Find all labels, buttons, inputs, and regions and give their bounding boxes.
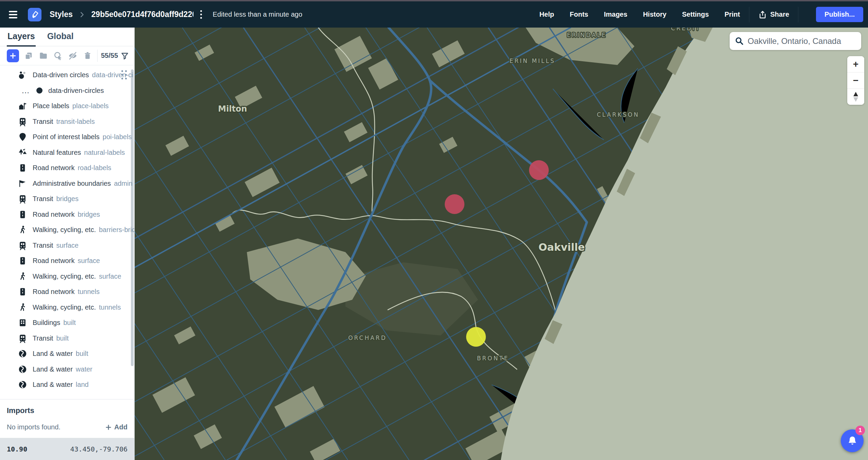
layer-group-row-admin[interactable]: Administrative boundariesadmin	[0, 176, 134, 192]
compass-button[interactable]	[847, 89, 864, 105]
drag-handle-icon[interactable]	[121, 70, 127, 80]
layer-group-row-tunnels[interactable]: Road networktunnels	[0, 284, 134, 300]
select-data-icon[interactable]	[52, 50, 64, 62]
layer-filter-button[interactable]: 55/55	[101, 52, 129, 60]
layer-group-row-bridges[interactable]: Road networkbridges	[0, 207, 134, 223]
nav-history[interactable]: History	[643, 11, 666, 18]
layer-row-data-driven-circles[interactable]: ...data-driven-circles	[0, 83, 134, 99]
layer-group-row-road-labels[interactable]: Road networkroad-labels	[0, 160, 134, 176]
layer-group-row-poi-labels[interactable]: Point of interest labelspoi-labels	[0, 129, 134, 145]
delete-layer-trash-icon[interactable]	[82, 50, 93, 62]
map-data-circle[interactable]	[466, 327, 486, 347]
zoom-in-button[interactable]: +	[847, 56, 864, 72]
share-button[interactable]: Share	[758, 10, 789, 19]
nav-images[interactable]: Images	[604, 11, 627, 18]
add-layer-button[interactable]	[7, 49, 19, 62]
map-render: CREDITERINDALEERIN MILLSMiltonCLARKSONOa…	[135, 28, 868, 460]
style-id[interactable]: 29b5e0e071d4f76d0aff9d220...	[91, 10, 193, 19]
add-import-button[interactable]: Add	[105, 423, 127, 431]
map-label-erindale: ERINDALE	[567, 32, 607, 38]
transit-icon	[18, 241, 27, 250]
nav-fonts[interactable]: Fonts	[570, 11, 588, 18]
header-nav: HelpFontsImagesHistorySettingsPrint	[539, 11, 740, 18]
expand-arrow-icon[interactable]	[8, 320, 14, 325]
map-data-circle[interactable]	[445, 194, 464, 214]
expand-arrow-icon[interactable]	[8, 150, 14, 155]
search-input[interactable]	[748, 36, 860, 46]
geocoder-search-box[interactable]	[730, 32, 861, 50]
layer-group-row-transit-labels[interactable]: Transittransit-labels	[0, 114, 134, 130]
expand-arrow-icon[interactable]	[8, 103, 14, 109]
nav-help[interactable]: Help	[539, 11, 554, 18]
expand-arrow-icon[interactable]	[8, 196, 14, 201]
mapbox-studio-logo[interactable]	[28, 8, 41, 21]
style-options-kebab-icon[interactable]	[198, 8, 204, 21]
header-divider	[798, 7, 798, 22]
layer-options-ellipsis[interactable]: ...	[22, 89, 30, 92]
road-icon	[18, 256, 27, 265]
map-label-orchard: ORCHARD	[348, 334, 387, 341]
layer-group-row-land[interactable]: Land & waterland	[0, 377, 134, 393]
map-label-oakville: Oakville	[539, 241, 585, 253]
walk-icon	[18, 303, 27, 312]
expand-arrow-icon[interactable]	[8, 274, 14, 279]
layer-group-row-built[interactable]: Land & waterbuilt	[0, 346, 134, 362]
breadcrumb: Styles 29b5e0e071d4f76d0aff9d220...	[50, 10, 193, 19]
layer-group-row-surface[interactable]: Road networksurface	[0, 253, 134, 269]
layer-group-row-data-driven-ci[interactable]: Data-driven circlesdata-driven-ci	[0, 67, 134, 83]
zoom-level-value: 10.90	[7, 445, 27, 453]
map-label-clarkson: CLARKSON	[597, 111, 639, 118]
expand-arrow-icon[interactable]	[8, 119, 14, 124]
expand-arrow-icon[interactable]	[8, 212, 14, 217]
expand-arrow-icon[interactable]	[8, 165, 14, 170]
expand-arrow-icon[interactable]	[8, 181, 14, 186]
layer-group-row-surface[interactable]: Transitsurface	[0, 238, 134, 253]
expand-arrow-icon[interactable]	[8, 351, 14, 356]
walk-icon	[18, 272, 27, 281]
compass-needle-icon	[853, 92, 858, 102]
layer-group-row-water[interactable]: Land & waterwater	[0, 362, 134, 377]
breadcrumb-styles-link[interactable]: Styles	[50, 10, 73, 19]
layer-group-row-built[interactable]: Transitbuilt	[0, 331, 134, 346]
collapse-arrow-icon[interactable]	[8, 72, 14, 78]
publish-button[interactable]: Publish...	[816, 7, 863, 22]
group-layers-folder-icon[interactable]	[38, 50, 49, 62]
expand-arrow-icon[interactable]	[8, 305, 14, 310]
expand-arrow-icon[interactable]	[8, 243, 14, 248]
search-icon	[735, 36, 744, 46]
expand-arrow-icon[interactable]	[8, 367, 14, 372]
nav-settings[interactable]: Settings	[682, 11, 709, 18]
map-canvas[interactable]: CREDITERINDALEERIN MILLSMiltonCLARKSONOa…	[135, 28, 868, 460]
layer-group-row-tunnels[interactable]: Walking, cycling, etc.tunnels	[0, 300, 134, 315]
hide-layer-eye-off-icon[interactable]	[67, 50, 79, 62]
tab-layers[interactable]: Layers	[7, 31, 35, 46]
nav-print[interactable]: Print	[725, 11, 740, 18]
layer-group-row-bridges[interactable]: Transitbridges	[0, 191, 134, 207]
globe-icon	[18, 349, 27, 358]
transit-icon	[18, 334, 27, 343]
expand-arrow-icon[interactable]	[8, 336, 14, 341]
expand-arrow-icon[interactable]	[8, 134, 14, 139]
expand-arrow-icon[interactable]	[8, 227, 14, 232]
imports-empty-text: No imports found.	[7, 423, 61, 431]
expand-arrow-icon[interactable]	[8, 258, 14, 263]
top-bar: Styles 29b5e0e071d4f76d0aff9d220... Edit…	[0, 1, 868, 28]
layer-group-row-place-labels[interactable]: Place labelsplace-labels	[0, 98, 134, 114]
zoom-out-button[interactable]: −	[847, 72, 864, 88]
toolbar-divider	[97, 50, 98, 62]
layer-group-row-built[interactable]: Buildingsbuilt	[0, 315, 134, 331]
expand-arrow-icon[interactable]	[8, 289, 14, 294]
layer-group-row-barriers-bridges[interactable]: Walking, cycling, etc.barriers-bridges	[0, 222, 134, 238]
layer-group-row-natural-labels[interactable]: Natural featuresnatural-labels	[0, 145, 134, 161]
sidebar-tabs: Layers Global	[0, 28, 134, 46]
map-data-circle[interactable]	[529, 160, 549, 180]
map-label-bronte: BRONTE	[477, 355, 509, 362]
map-label-erin-mills: ERIN MILLS	[509, 58, 555, 64]
expand-arrow-icon[interactable]	[8, 382, 14, 387]
notification-count-badge: 1	[855, 426, 865, 435]
hamburger-menu-icon[interactable]	[9, 9, 20, 20]
duplicate-layer-icon[interactable]	[23, 50, 34, 62]
road-icon	[18, 210, 27, 219]
layer-group-row-surface[interactable]: Walking, cycling, etc.surface	[0, 269, 134, 284]
tab-global[interactable]: Global	[47, 31, 74, 46]
